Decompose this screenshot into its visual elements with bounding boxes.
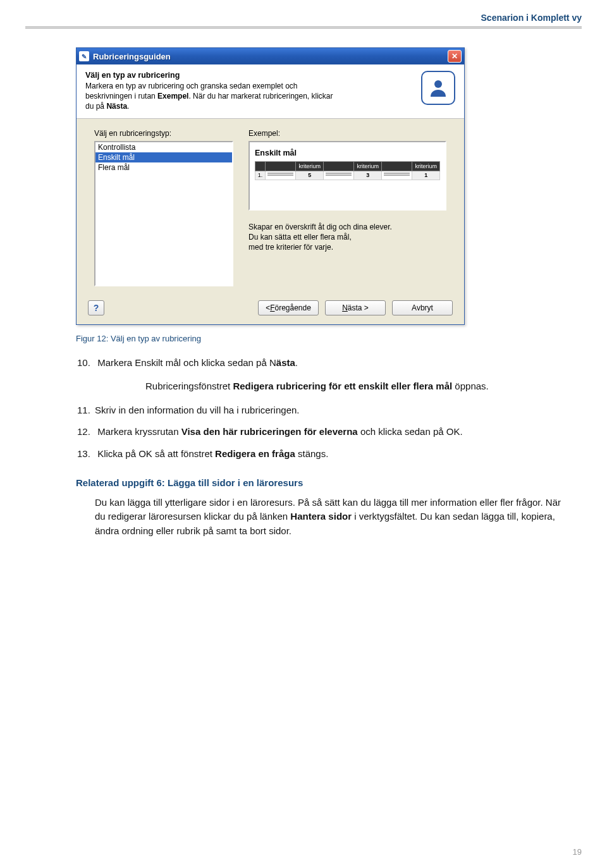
dialog-window: ✎ Rubriceringsguiden ✕ Välj en typ av ru… — [76, 47, 465, 325]
person-icon — [421, 71, 455, 105]
example-description: Skapar en överskrift åt dig och dina ele… — [248, 222, 446, 253]
example-preview: Enskilt mål kriterium kriterium kriteriu… — [248, 141, 446, 211]
example-label: Exempel: — [248, 129, 446, 138]
figure-caption: Figur 12: Välj en typ av rubricering — [76, 334, 582, 343]
list-item[interactable]: Flera mål — [95, 162, 232, 173]
related-task-body: Du kan lägga till ytterligare sidor i en… — [95, 496, 569, 539]
app-icon: ✎ — [79, 51, 89, 61]
svg-point-0 — [434, 80, 442, 88]
wizard-header-title: Välj en typ av rubricering — [85, 71, 408, 80]
step-note: Rubriceringsfönstret Redigera rubricerin… — [145, 379, 569, 394]
header-section-label: Scenarion i Komplett vy — [25, 13, 582, 28]
step-12: 12. Markera kryssrutan Visa den här rubr… — [95, 425, 569, 439]
list-item[interactable]: Enskilt mål — [95, 152, 232, 162]
step-10: 10. Markera Enskilt mål och klicka sedan… — [95, 356, 569, 370]
window-title: Rubriceringsguiden — [93, 52, 448, 61]
step-13: 13. Klicka på OK så att fönstret Rediger… — [95, 447, 569, 462]
next-button[interactable]: Nästa > — [325, 300, 386, 315]
rubric-type-listbox[interactable]: Kontrollista Enskilt mål Flera mål — [94, 141, 233, 286]
page-number: 19 — [573, 847, 582, 857]
wizard-header-desc: Markera en typ av rubricering och gransk… — [85, 81, 338, 112]
previous-button[interactable]: < Föregående — [258, 300, 319, 315]
help-button[interactable]: ? — [88, 300, 104, 315]
cancel-button[interactable]: Avbryt — [392, 300, 453, 315]
step-11: 11.Skriv in den information du vill ha i… — [95, 403, 569, 418]
titlebar: ✎ Rubriceringsguiden ✕ — [77, 48, 464, 64]
list-label: Välj en rubriceringstyp: — [94, 129, 233, 138]
example-table: kriterium kriterium kriterium 1. 5 3 — [255, 161, 440, 180]
list-item[interactable]: Kontrollista — [95, 142, 232, 152]
related-task-heading: Relaterad uppgift 6: Lägga till sidor i … — [76, 476, 569, 491]
wizard-header: Välj en typ av rubricering Markera en ty… — [77, 64, 464, 119]
example-title: Enskilt mål — [255, 149, 440, 157]
close-button[interactable]: ✕ — [448, 50, 462, 63]
